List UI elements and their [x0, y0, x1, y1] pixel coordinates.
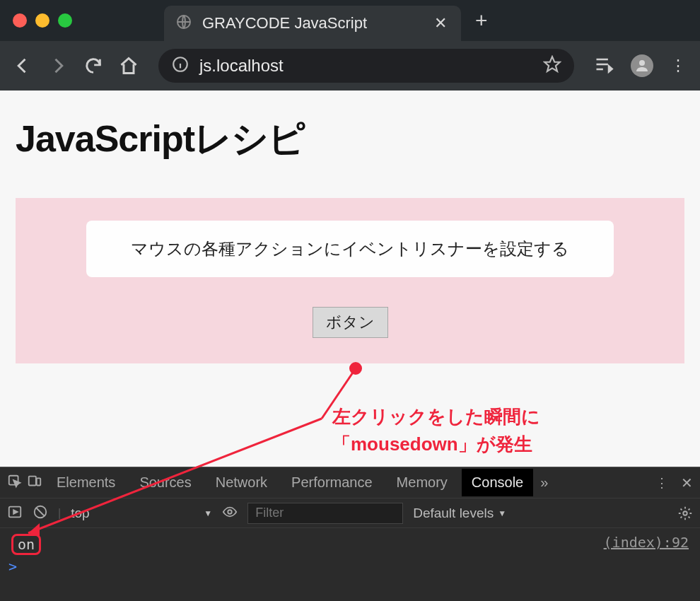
- minimize-window-button[interactable]: [35, 13, 49, 28]
- address-bar[interactable]: js.localhost: [158, 49, 574, 83]
- svg-marker-4: [544, 57, 560, 71]
- tab-sources[interactable]: Sources: [129, 469, 201, 496]
- new-tab-button[interactable]: +: [475, 8, 488, 33]
- svg-point-21: [683, 511, 687, 515]
- browser-menu-icon[interactable]: ⋮: [670, 57, 687, 75]
- tab-memory[interactable]: Memory: [387, 469, 457, 496]
- eye-icon[interactable]: [222, 504, 238, 523]
- svg-line-19: [37, 508, 45, 515]
- svg-rect-15: [37, 478, 41, 485]
- devtools-panel: Elements Sources Network Performance Mem…: [0, 467, 700, 601]
- devtools-tab-bar: Elements Sources Network Performance Mem…: [0, 467, 700, 498]
- page-heading: JavaScriptレシピ: [16, 115, 684, 164]
- back-button[interactable]: [13, 56, 33, 76]
- context-selector-value: top: [71, 506, 89, 521]
- more-tabs-icon[interactable]: »: [540, 474, 548, 491]
- console-filter-input[interactable]: [247, 503, 403, 524]
- url-text: js.localhost: [199, 56, 533, 76]
- log-levels-label: Default levels: [413, 506, 494, 521]
- close-window-button[interactable]: [13, 13, 27, 28]
- log-levels-selector[interactable]: Default levels ▼: [413, 506, 506, 521]
- demo-panel: マウスの各種アクションにイベントリスナーを設定する ボタン: [16, 198, 684, 363]
- tab-performance[interactable]: Performance: [281, 469, 383, 496]
- home-button[interactable]: [119, 56, 139, 76]
- log-message: on: [11, 534, 41, 555]
- device-toggle-icon[interactable]: [27, 474, 42, 492]
- console-play-icon[interactable]: [7, 504, 23, 523]
- svg-marker-17: [13, 510, 18, 514]
- site-info-icon[interactable]: [171, 55, 189, 76]
- maximize-window-button[interactable]: [58, 13, 72, 28]
- svg-point-8: [639, 60, 645, 66]
- svg-rect-14: [29, 476, 36, 485]
- log-origin[interactable]: (index):92: [604, 534, 689, 555]
- console-settings-icon[interactable]: [677, 506, 693, 521]
- browser-toolbar: js.localhost ⋮: [0, 41, 700, 91]
- demo-button[interactable]: ボタン: [313, 307, 388, 338]
- devtools-menu-icon[interactable]: ⋮: [655, 475, 668, 491]
- clear-console-icon[interactable]: [33, 504, 48, 523]
- forward-button[interactable]: [48, 56, 68, 76]
- svg-point-20: [228, 510, 232, 514]
- log-entry: on (index):92: [8, 532, 692, 556]
- page-viewport: JavaScriptレシピ マウスの各種アクションにイベントリスナーを設定する …: [0, 91, 700, 467]
- chevron-down-icon: ▼: [498, 508, 506, 518]
- chevron-down-icon: ▼: [204, 508, 212, 518]
- tab-strip: GRAYCODE JavaScript ✕ +: [0, 0, 700, 41]
- context-selector[interactable]: top ▼: [71, 506, 212, 521]
- console-toolbar: | top ▼ Default levels ▼: [0, 498, 700, 528]
- reload-button[interactable]: [83, 56, 103, 76]
- browser-tab[interactable]: GRAYCODE JavaScript ✕: [164, 6, 461, 41]
- tab-console[interactable]: Console: [462, 469, 533, 496]
- console-log-area: on (index):92 >: [0, 528, 700, 601]
- close-tab-icon[interactable]: ✕: [434, 14, 447, 33]
- window-controls: [13, 13, 72, 28]
- inspect-element-icon[interactable]: [7, 474, 23, 492]
- tab-title: GRAYCODE JavaScript: [202, 14, 424, 33]
- devtools-close-icon[interactable]: ✕: [681, 474, 693, 491]
- tab-network[interactable]: Network: [206, 469, 277, 496]
- media-queue-icon[interactable]: [594, 54, 614, 77]
- globe-icon: [175, 13, 192, 33]
- profile-avatar[interactable]: [631, 54, 653, 77]
- console-prompt[interactable]: >: [8, 558, 692, 575]
- description-card: マウスの各種アクションにイベントリスナーを設定する: [86, 221, 614, 277]
- tab-elements[interactable]: Elements: [47, 469, 125, 496]
- bookmark-star-icon[interactable]: [543, 55, 561, 76]
